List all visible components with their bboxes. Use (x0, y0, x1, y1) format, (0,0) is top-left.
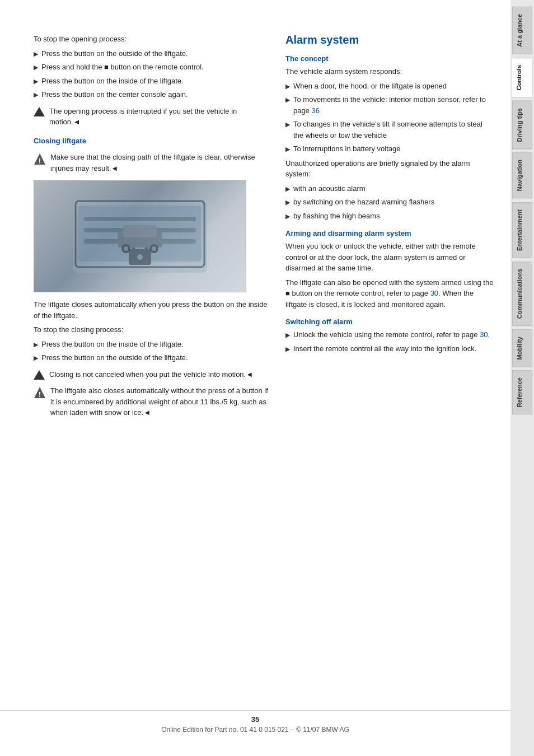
bullet-arrow-icon: ▶ (34, 77, 38, 86)
list-item-text: When a door, the hood, or the liftgate i… (293, 81, 447, 92)
warning-text-2: The liftgate also closes automatically w… (50, 385, 269, 418)
svg-rect-4 (84, 217, 196, 221)
concept-intro: The vehicle alarm system responds: (285, 66, 494, 77)
bullet-arrow-icon: ▶ (285, 120, 290, 129)
list-item-text: Press and hold the ■ button on the remot… (41, 62, 204, 73)
stop-opening-list: ▶ Press the button on the outside of the… (34, 48, 269, 100)
switching-off-subtitle: Switching off alarm (285, 318, 494, 326)
arming-para1: When you lock or unlock the vehicle, eit… (285, 241, 494, 274)
sidebar-tab-mobility[interactable]: Mobility (512, 329, 532, 367)
list-item-text: Press the button on the inside of the li… (41, 76, 184, 87)
page-footer: 35 Online Edition for Part no. 01 41 0 0… (0, 710, 510, 734)
note-text: Closing is not canceled when you put the… (49, 369, 253, 380)
list-item-text: Press the button on the outside of the l… (41, 352, 188, 363)
note-box-2: Closing is not canceled when you put the… (34, 369, 269, 380)
sidebar-tab-at-a-glance[interactable]: At a glance (512, 7, 532, 54)
svg-text:!: ! (39, 157, 41, 165)
note-triangle-icon (34, 370, 45, 380)
concept-subtitle: The concept (285, 54, 494, 63)
page-link-30b[interactable]: 30 (480, 330, 488, 339)
list-item-text: Press the button on the inside of the li… (41, 339, 184, 350)
warning-box-1: ! Make sure that the closing path of the… (34, 152, 269, 174)
list-item: ▶ Press the button on the outside of the… (34, 352, 269, 363)
signals-list: ▶ with an acoustic alarm ▶ by switching … (285, 183, 494, 222)
switching-off-list: ▶ Unlock the vehicle using the remote co… (285, 329, 494, 354)
page-link-36[interactable]: 36 (312, 106, 320, 115)
bullet-arrow-icon: ▶ (285, 184, 290, 194)
bullet-arrow-icon: ▶ (285, 144, 290, 154)
list-item: ▶ To movements in the vehicle: interior … (285, 94, 494, 116)
list-item-text: Press the button on the outside of the l… (41, 48, 188, 59)
page-link-30[interactable]: 30 (430, 289, 438, 297)
arming-subtitle: Arming and disarming alarm system (285, 229, 494, 237)
page-number: 35 (0, 715, 510, 724)
main-content: To stop the opening process: ▶ Press the… (0, 0, 510, 756)
svg-rect-12 (123, 225, 157, 237)
bullet-arrow-icon: ▶ (285, 330, 290, 340)
sidebar: At a glance Controls Driving tips Naviga… (510, 0, 534, 756)
list-item-text: To movements in the vehicle: interior mo… (293, 94, 494, 116)
arming-para2: The liftgate can also be opened with the… (285, 277, 494, 310)
bullet-arrow-icon: ▶ (285, 212, 290, 221)
list-item: ▶ Insert the remote control all the way … (285, 343, 494, 354)
right-column: Alarm system The concept The vehicle ala… (285, 34, 494, 734)
list-item-text: with an acoustic alarm (293, 183, 366, 194)
bullet-arrow-icon: ▶ (34, 49, 38, 59)
sidebar-tab-entertainment[interactable]: Entertainment (512, 202, 532, 258)
note-box-1: The opening process is interrupted if yo… (34, 106, 269, 128)
left-column: To stop the opening process: ▶ Press the… (34, 34, 269, 734)
bullet-arrow-icon: ▶ (34, 353, 38, 363)
sidebar-tab-navigation[interactable]: Navigation (512, 152, 532, 198)
list-item-text: Insert the remote control all the way in… (293, 343, 476, 354)
warning-box-2: ! The liftgate also closes automatically… (34, 385, 269, 418)
car-image (34, 180, 246, 292)
list-item-text: Unlock the vehicle using the remote cont… (293, 329, 490, 340)
list-item: ▶ by flashing the high beams (285, 211, 494, 222)
list-item: ▶ When a door, the hood, or the liftgate… (285, 81, 494, 92)
car-image-inner (34, 181, 246, 292)
sidebar-tab-driving-tips[interactable]: Driving tips (512, 101, 532, 150)
svg-point-16 (152, 246, 156, 251)
concept-bullets: ▶ When a door, the hood, or the liftgate… (285, 81, 494, 155)
list-item: ▶ Press the button on the outside of the… (34, 48, 269, 59)
list-item: ▶ by switching on the hazard warning fla… (285, 197, 494, 208)
list-item: ▶ To changes in the vehicle’s tilt if so… (285, 119, 494, 141)
bullet-arrow-icon: ▶ (285, 344, 290, 354)
list-item: ▶ Press the button on the inside of the … (34, 339, 269, 350)
alarm-system-title: Alarm system (285, 34, 494, 46)
svg-text:!: ! (39, 390, 41, 399)
bullet-arrow-icon: ▶ (34, 340, 38, 349)
car-illustration (62, 189, 218, 284)
after-image-text: The liftgate closes automatically when y… (34, 299, 269, 321)
note-triangle-icon (34, 107, 45, 116)
list-item: ▶ Press the button on the center console… (34, 89, 269, 100)
svg-point-15 (124, 246, 128, 251)
bullet-arrow-icon: ▶ (285, 82, 290, 91)
list-item: ▶ with an acoustic alarm (285, 183, 494, 194)
warning-text: Make sure that the closing path of the l… (50, 152, 269, 174)
list-item: ▶ Unlock the vehicle using the remote co… (285, 329, 494, 340)
warning-triangle-icon-2: ! (34, 386, 46, 402)
list-item-text: by flashing the high beams (293, 211, 380, 222)
list-item: ▶ Press the button on the inside of the … (34, 76, 269, 87)
note-text: The opening process is interrupted if yo… (49, 106, 269, 128)
footer-copyright: Online Edition for Part no. 01 41 0 015 … (0, 726, 510, 734)
stop-closing-intro: To stop the closing process: (34, 324, 269, 335)
unauthorized-text: Unauthorized operations are briefly sign… (285, 158, 494, 180)
list-item-text: To interruptions in battery voltage (293, 143, 401, 155)
svg-point-10 (137, 254, 143, 260)
sidebar-tab-controls[interactable]: Controls (512, 58, 532, 97)
bullet-arrow-icon: ▶ (285, 95, 290, 105)
bullet-arrow-icon: ▶ (285, 198, 290, 207)
bullet-arrow-icon: ▶ (34, 63, 38, 72)
stop-closing-list: ▶ Press the button on the inside of the … (34, 339, 269, 363)
list-item-text: To changes in the vehicle’s tilt if some… (293, 119, 494, 141)
closing-liftgate-title: Closing liftgate (34, 136, 269, 147)
list-item-text: Press the button on the center console a… (41, 89, 188, 100)
intro-text: To stop the opening process: (34, 34, 269, 45)
list-item: ▶ Press and hold the ■ button on the rem… (34, 62, 269, 73)
sidebar-tab-communications[interactable]: Communications (512, 262, 532, 326)
list-item: ▶ To interruptions in battery voltage (285, 143, 494, 155)
bullet-arrow-icon: ▶ (34, 90, 38, 100)
sidebar-tab-reference[interactable]: Reference (512, 370, 532, 414)
